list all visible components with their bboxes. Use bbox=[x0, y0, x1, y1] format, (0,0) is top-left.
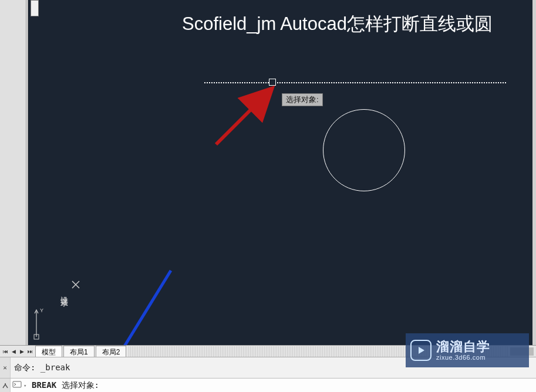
left-toolbar bbox=[0, 0, 28, 345]
commandline-settings-icon[interactable] bbox=[0, 379, 11, 393]
svg-point-4 bbox=[5, 383, 6, 384]
overlay-title: Scofield_jm Autocad怎样打断直线或圆 bbox=[182, 12, 536, 36]
svg-line-0 bbox=[216, 88, 272, 144]
canvas-right-scroll bbox=[532, 0, 536, 345]
toolbar-handle-icon[interactable] bbox=[31, 0, 39, 16]
tab-nav-prev-icon[interactable]: ◀ bbox=[9, 347, 18, 356]
watermark-logo: 溜溜自学 zixue.3d66.com bbox=[406, 333, 529, 367]
svg-text:Y: Y bbox=[40, 307, 43, 313]
drawing-line[interactable] bbox=[204, 82, 506, 83]
watermark-url: zixue.3d66.com bbox=[436, 354, 490, 361]
play-icon bbox=[410, 340, 432, 361]
command-prompt-icon bbox=[11, 380, 23, 390]
command-history-text: 命令: _break bbox=[11, 363, 70, 373]
watermark-brand: 溜溜自学 bbox=[436, 340, 490, 354]
tab-nav-next-icon[interactable]: ▶ bbox=[18, 347, 26, 356]
command-prompt-text: BREAK 选择对象: bbox=[29, 380, 99, 391]
svg-rect-5 bbox=[13, 381, 21, 387]
command-rest: 选择对象: bbox=[56, 380, 99, 390]
close-commandline-icon[interactable]: ✕ bbox=[0, 357, 11, 379]
command-line[interactable]: ▾ BREAK 选择对象: bbox=[0, 378, 536, 392]
annotation-arrow-red bbox=[211, 85, 282, 149]
side-panel-label: 设计提示 bbox=[60, 290, 69, 295]
command-keyword: BREAK bbox=[32, 380, 56, 390]
app-root: Scofield_jm Autocad怎样打断直线或圆 选择对象: 设计提 bbox=[0, 0, 536, 392]
command-recent-icon[interactable]: ▾ bbox=[23, 383, 29, 388]
drawing-canvas[interactable]: Scofield_jm Autocad怎样打断直线或圆 选择对象: 设计提 bbox=[28, 0, 536, 345]
ucs-icon: Y bbox=[33, 305, 49, 340]
tab-nav-first-icon[interactable]: ⏮ bbox=[1, 347, 9, 356]
drawing-circle[interactable] bbox=[323, 109, 405, 191]
cursor-tooltip: 选择对象: bbox=[282, 93, 323, 106]
tab-nav-last-icon[interactable]: ⏭ bbox=[26, 347, 34, 356]
close-icon[interactable] bbox=[70, 279, 81, 290]
